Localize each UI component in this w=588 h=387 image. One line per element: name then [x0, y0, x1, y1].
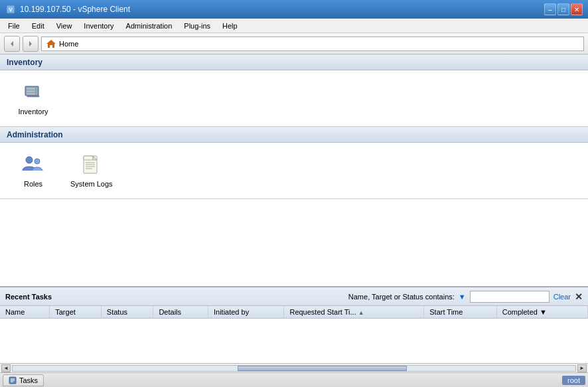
administration-section-content: Roles System Logs [0, 143, 588, 198]
svg-marker-3 [29, 41, 32, 46]
svg-point-13 [26, 157, 33, 163]
col-name[interactable]: Name [0, 306, 50, 319]
back-button[interactable] [4, 36, 20, 52]
col-requested-sort-icon: ▲ [358, 309, 364, 316]
system-logs-label: System Logs [70, 180, 113, 188]
title-bar: V 10.199.107.50 - vSphere Client – □ ✕ [0, 0, 588, 19]
menu-item-administration[interactable]: Administration [121, 21, 178, 31]
svg-rect-9 [27, 96, 39, 97]
svg-point-11 [35, 91, 37, 92]
svg-marker-2 [11, 41, 13, 46]
recent-tasks-panel: Recent Tasks Name, Target or Status cont… [0, 286, 588, 372]
tasks-tab[interactable]: Tasks [3, 374, 44, 386]
svg-point-14 [35, 159, 40, 164]
scroll-track[interactable] [12, 365, 576, 372]
col-completed[interactable]: Completed ▼ [496, 306, 587, 319]
menu-item-help[interactable]: Help [217, 21, 243, 31]
col-requested-start[interactable]: Requested Start Ti... ▲ [284, 306, 424, 319]
filter-dropdown-icon[interactable]: ▼ [459, 293, 466, 301]
svg-marker-4 [46, 40, 56, 48]
table-header-row: Name Target Status Details Initiated by … [0, 306, 588, 319]
user-label: root [562, 376, 585, 385]
tasks-table: Name Target Status Details Initiated by … [0, 306, 588, 363]
scroll-left-button[interactable]: ◄ [1, 364, 11, 372]
tasks-header: Recent Tasks Name, Target or Status cont… [0, 287, 588, 306]
col-start-time[interactable]: Start Time [424, 306, 496, 319]
svg-point-10 [35, 88, 37, 90]
title-bar-left: V 10.199.107.50 - vSphere Client [5, 4, 130, 15]
tasks-data-table: Name Target Status Details Initiated by … [0, 306, 588, 319]
title-bar-text: 10.199.107.50 - vSphere Client [20, 5, 130, 14]
inventory-section-content: Inventory [0, 70, 588, 126]
filter-label: Name, Target or Status contains: [348, 293, 455, 301]
administration-section: Administration Roles [0, 127, 588, 199]
col-status[interactable]: Status [101, 306, 153, 319]
horizontal-scrollbar[interactable]: ◄ ► [0, 363, 588, 372]
content-spacer [0, 199, 588, 286]
minimize-button[interactable]: – [544, 3, 556, 15]
clear-filter-link[interactable]: Clear [553, 293, 571, 301]
svg-rect-16 [84, 156, 93, 160]
title-bar-controls: – □ ✕ [544, 3, 583, 15]
inventory-section: Inventory Inventory [0, 54, 588, 127]
app-icon: V [5, 4, 16, 15]
svg-text:V: V [9, 7, 13, 13]
inventory-icon [21, 81, 45, 105]
col-initiated-by[interactable]: Initiated by [208, 306, 283, 319]
close-tasks-button[interactable]: ✕ [575, 291, 583, 302]
col-target[interactable]: Target [50, 306, 102, 319]
scroll-thumb[interactable] [238, 366, 406, 371]
inventory-label: Inventory [18, 108, 48, 116]
roles-label: Roles [24, 180, 42, 188]
scroll-right-button[interactable]: ► [577, 364, 587, 372]
tasks-tab-icon [9, 376, 17, 384]
inventory-section-header: Inventory [0, 54, 588, 70]
main-content: Inventory Inventory Admin [0, 54, 588, 286]
forward-button[interactable] [23, 36, 38, 52]
col-details[interactable]: Details [153, 306, 208, 319]
address-text: Home [59, 40, 78, 48]
close-button[interactable]: ✕ [571, 3, 583, 15]
inventory-item[interactable]: Inventory [13, 77, 53, 119]
tasks-filter: Name, Target or Status contains: ▼ Clear… [348, 291, 583, 303]
address-bar: Home [41, 37, 584, 51]
filter-input[interactable] [470, 291, 550, 303]
menu-item-file[interactable]: File [3, 21, 25, 31]
system-logs-icon [80, 153, 104, 177]
menu-item-plug-ins[interactable]: Plug-ins [179, 21, 216, 31]
tasks-title: Recent Tasks [5, 293, 52, 301]
toolbar: Home [0, 33, 588, 54]
roles-item[interactable]: Roles [13, 149, 53, 192]
menu-bar: FileEditViewInventoryAdministrationPlug-… [0, 19, 588, 33]
administration-section-header: Administration [0, 127, 588, 143]
home-icon [46, 39, 56, 49]
status-bar: Tasks root [0, 372, 588, 387]
menu-item-inventory[interactable]: Inventory [78, 21, 119, 31]
menu-item-edit[interactable]: Edit [27, 21, 50, 31]
system-logs-item[interactable]: System Logs [66, 149, 117, 192]
maximize-button[interactable]: □ [557, 3, 569, 15]
svg-point-12 [35, 94, 37, 95]
roles-icon [21, 153, 45, 177]
menu-item-view[interactable]: View [51, 21, 78, 31]
tasks-tab-label: Tasks [19, 376, 38, 384]
